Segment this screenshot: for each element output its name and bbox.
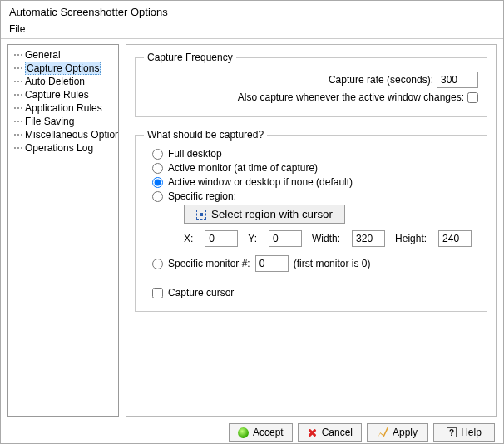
what-captured-group: What should be captured? Full desktop Ac…	[135, 129, 487, 312]
capture-cursor-checkbox[interactable]	[152, 288, 163, 298]
capture-rate-label: Capture rate (seconds):	[329, 74, 433, 86]
help-button-label: Help	[461, 427, 482, 438]
tree-item-label: General	[25, 49, 61, 61]
tree-dash-icon: ⋯	[13, 142, 23, 154]
accept-button-label: Accept	[253, 427, 284, 438]
tree-item-label: Capture Rules	[25, 89, 89, 101]
tree-dash-icon: ⋯	[13, 129, 23, 141]
capture-frequency-legend: Capture Frequency	[144, 52, 236, 63]
region-x-input[interactable]	[205, 230, 238, 247]
specific-monitor-input[interactable]	[255, 255, 289, 272]
content-panel: Capture Frequency Capture rate (seconds)…	[126, 44, 497, 417]
active-change-checkbox[interactable]	[467, 92, 478, 103]
tree-dash-icon: ⋯	[13, 116, 23, 127]
radio-full-desktop-label: Full desktop	[168, 148, 222, 160]
tree-dash-icon: ⋯	[13, 102, 23, 114]
menubar: File	[1, 22, 503, 39]
capture-frequency-group: Capture Frequency Capture rate (seconds)…	[135, 52, 487, 117]
region-w-label: Width:	[312, 233, 340, 244]
radio-specific-region[interactable]	[152, 191, 163, 202]
tree-item-label: Application Rules	[25, 102, 102, 114]
capture-cursor-label: Capture cursor	[168, 287, 234, 298]
region-h-label: Height:	[395, 233, 427, 244]
tree-item-label: Operations Log	[25, 142, 93, 154]
cancel-button[interactable]: Cancel	[298, 423, 362, 442]
apply-button-label: Apply	[393, 427, 418, 438]
tree-item-operations-log[interactable]: ⋯Operations Log	[10, 141, 116, 155]
tree-item-label: Auto Deletion	[25, 76, 85, 87]
nav-tree: ⋯General⋯Capture Options⋯Auto Deletion⋯C…	[7, 44, 119, 417]
radio-active-monitor-label: Active monitor (at time of capture)	[168, 162, 318, 174]
region-h-input[interactable]	[438, 230, 472, 247]
radio-full-desktop[interactable]	[152, 149, 163, 160]
region-x-label: X:	[184, 233, 193, 244]
region-y-input[interactable]	[269, 230, 302, 247]
dialog-buttons: Accept Cancel Apply ? Help	[1, 420, 503, 444]
radio-active-window-label: Active window or desktop if none (defaul…	[168, 176, 353, 188]
help-icon: ?	[447, 427, 457, 437]
accept-button[interactable]: Accept	[229, 423, 293, 442]
tree-item-label: File Saving	[25, 116, 74, 127]
what-captured-legend: What should be captured?	[144, 129, 267, 141]
cancel-button-label: Cancel	[322, 427, 353, 438]
tree-dash-icon: ⋯	[13, 89, 23, 101]
region-w-input[interactable]	[352, 230, 385, 247]
tree-item-file-saving[interactable]: ⋯File Saving	[10, 115, 116, 128]
radio-specific-monitor-label: Specific monitor #:	[168, 258, 250, 269]
cancel-icon	[307, 427, 318, 438]
region-select-icon	[196, 210, 206, 220]
radio-specific-region-label: Specific region:	[168, 190, 236, 202]
radio-active-monitor[interactable]	[152, 163, 163, 174]
accept-icon	[238, 427, 249, 438]
tree-item-capture-rules[interactable]: ⋯Capture Rules	[10, 88, 116, 101]
tree-item-label: Capture Options	[25, 62, 101, 75]
region-y-label: Y:	[248, 233, 257, 244]
help-button[interactable]: ? Help	[433, 423, 495, 442]
tree-item-application-rules[interactable]: ⋯Application Rules	[10, 101, 116, 115]
tree-item-label: Miscellaneous Options	[25, 129, 119, 141]
tree-dash-icon: ⋯	[13, 62, 23, 74]
capture-rate-input[interactable]	[437, 72, 478, 88]
active-change-label: Also capture whenever the active window …	[238, 91, 464, 103]
radio-specific-monitor[interactable]	[152, 259, 163, 269]
tree-item-miscellaneous-options[interactable]: ⋯Miscellaneous Options	[10, 128, 116, 141]
tree-dash-icon: ⋯	[13, 76, 23, 87]
tree-item-capture-options[interactable]: ⋯Capture Options	[10, 62, 116, 75]
select-region-button[interactable]: Select region with cursor	[184, 205, 345, 224]
apply-icon	[378, 427, 388, 438]
radio-active-window[interactable]	[152, 177, 163, 188]
tree-item-auto-deletion[interactable]: ⋯Auto Deletion	[10, 75, 116, 88]
tree-item-general[interactable]: ⋯General	[10, 48, 116, 62]
specific-monitor-hint: (first monitor is 0)	[294, 258, 371, 269]
tree-dash-icon: ⋯	[13, 49, 23, 61]
menu-file[interactable]: File	[9, 23, 25, 35]
window-title: Automatic Screenshotter Options	[1, 1, 503, 22]
select-region-button-label: Select region with cursor	[211, 208, 333, 220]
apply-button[interactable]: Apply	[367, 423, 428, 442]
